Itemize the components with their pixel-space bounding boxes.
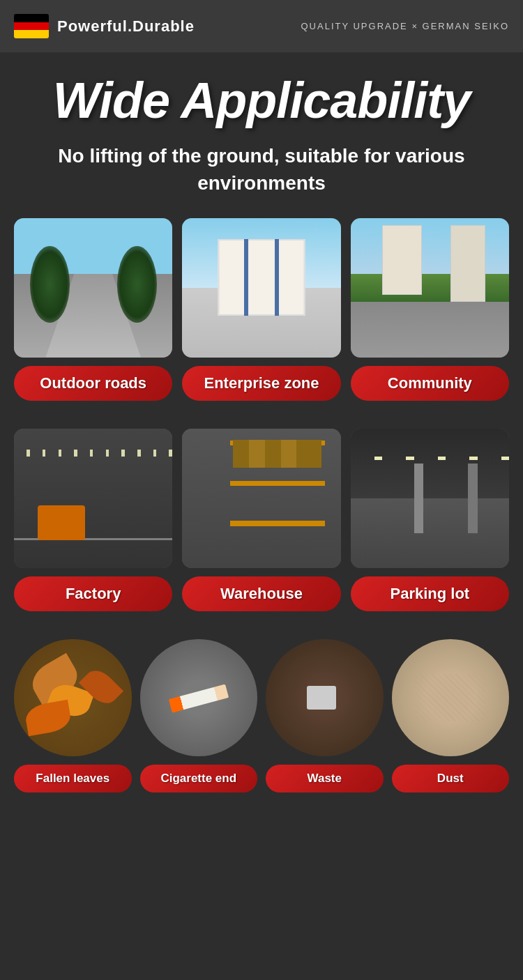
- circle-grid: [14, 639, 509, 757]
- factory-lights-decoration: [14, 450, 172, 457]
- enterprise-zone-label: Enterprise zone: [182, 366, 340, 401]
- subtitle: No lifting of the ground, suitable for v…: [14, 142, 509, 197]
- parking-lot-card: [351, 429, 509, 568]
- middle-image-grid: [14, 429, 509, 568]
- outdoor-roads-image: [14, 218, 172, 358]
- flag-stripe-red: [14, 22, 49, 31]
- main-title: Wide Applicability: [14, 73, 509, 128]
- tree-right-decoration: [117, 246, 157, 323]
- building-windows-decoration: [218, 239, 305, 316]
- warehouse-boxes-decoration: [233, 440, 321, 468]
- header-left: Powerful.Durable: [14, 14, 195, 38]
- community-label: Community: [351, 366, 509, 401]
- bottom-circles-section: Fallen leaves Cigarette end Waste Dust: [0, 625, 523, 811]
- warehouse-label: Warehouse: [182, 576, 340, 611]
- dust-marks-decoration: [415, 674, 485, 721]
- waste-label: Waste: [266, 765, 384, 793]
- community-image: [351, 218, 509, 358]
- warehouse-card: [182, 429, 340, 568]
- parking-lot-image: [351, 429, 509, 568]
- parking-lot-label: Parking lot: [351, 576, 509, 611]
- waste-item-decoration: [307, 686, 336, 710]
- top-image-grid: [14, 218, 509, 358]
- residential-building-2: [450, 225, 485, 302]
- top-label-row: Outdoor roads Enterprise zone Community: [14, 366, 509, 408]
- factory-equipment-decoration: [38, 505, 85, 540]
- outdoor-roads-card: [14, 218, 172, 358]
- fallen-leaves-label: Fallen leaves: [14, 765, 132, 793]
- parking-column-2: [468, 464, 478, 533]
- waste-circle: [266, 639, 384, 757]
- dust-label: Dust: [392, 765, 510, 793]
- top-grid-section: Outdoor roads Enterprise zone Community: [0, 204, 523, 408]
- header: Powerful.Durable QUALITY UPGRADE × GERMA…: [0, 0, 523, 52]
- brand-name: Powerful.Durable: [57, 17, 195, 36]
- bottom-label-row: Fallen leaves Cigarette end Waste Dust: [14, 765, 509, 810]
- community-card: [351, 218, 509, 358]
- parking-column-1: [414, 464, 424, 533]
- quality-badge: QUALITY UPGRADE × GERMAN SEIKO: [301, 21, 509, 31]
- warehouse-image: [182, 429, 340, 568]
- cigarette-decoration: [168, 684, 229, 713]
- enterprise-zone-image: [182, 218, 340, 358]
- flag-stripe-black: [14, 14, 49, 22]
- cigarette-end-label: Cigarette end: [140, 765, 258, 793]
- factory-label: Factory: [14, 576, 172, 611]
- parking-lights-decoration: [351, 457, 509, 460]
- middle-grid-section: Factory Warehouse Parking lot: [0, 415, 523, 618]
- flag-stripe-gold: [14, 30, 49, 38]
- title-section: Wide Applicability No lifting of the gro…: [0, 52, 523, 204]
- residential-building-1: [382, 225, 422, 295]
- factory-card: [14, 429, 172, 568]
- dust-circle: [392, 639, 510, 757]
- german-flag: [14, 14, 49, 38]
- middle-label-row: Factory Warehouse Parking lot: [14, 576, 509, 618]
- outdoor-roads-label: Outdoor roads: [14, 366, 172, 401]
- fallen-leaves-circle: [14, 639, 132, 757]
- leaf-decoration-3: [24, 700, 73, 737]
- enterprise-zone-card: [182, 218, 340, 358]
- cigarette-end-circle: [140, 639, 258, 757]
- factory-image: [14, 429, 172, 568]
